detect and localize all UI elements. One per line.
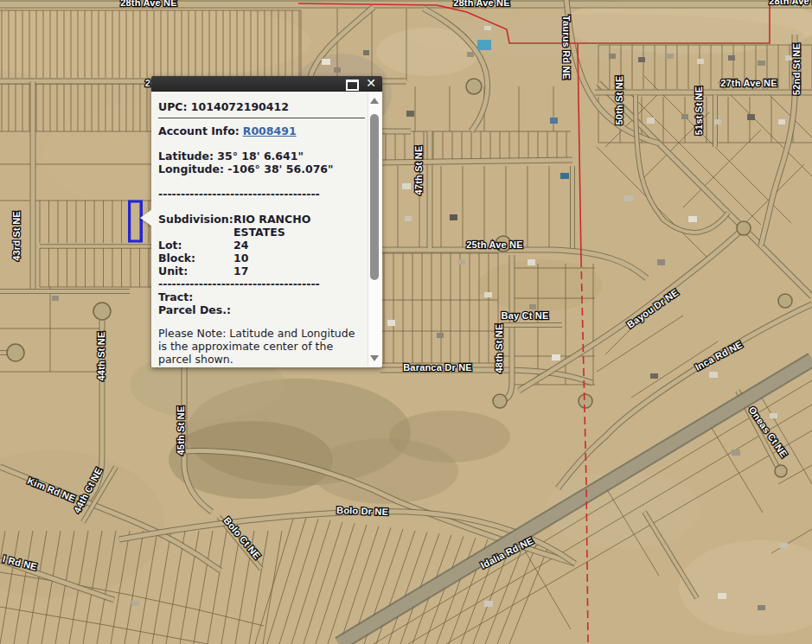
maximize-icon[interactable] xyxy=(346,80,359,91)
scroll-up-icon[interactable] xyxy=(370,98,379,104)
street-label: 45th St NE xyxy=(176,405,186,455)
street-label: 43rd St NE xyxy=(11,211,22,261)
street-label: 27th Ave NE xyxy=(720,78,777,88)
lot-row: Lot:24 xyxy=(158,239,365,252)
close-icon[interactable]: ✕ xyxy=(366,78,376,88)
upc-value: 1014072190412 xyxy=(191,100,289,113)
street-label: 28th Ave NE xyxy=(769,0,812,6)
street-label: 47th St NE xyxy=(413,145,424,194)
tract-row: Tract: xyxy=(158,290,365,303)
account-line: Account Info: R008491 xyxy=(158,124,365,137)
popup-titlebar[interactable]: ✕ xyxy=(151,76,382,92)
street-label: 28th Ave NE xyxy=(453,0,510,8)
street-label: 25th Ave NE xyxy=(466,239,523,250)
separator: ------------------------------------ xyxy=(158,277,365,290)
street-label: Taurus Rd NE xyxy=(561,16,572,80)
street-label: 52nd St NE xyxy=(791,43,802,95)
street-label: 2 xyxy=(145,78,150,88)
longitude-line: Longitude: -106° 38' 56.076" xyxy=(158,163,365,175)
parcel-info-popup: ✕ UPC: 1014072190412 Account Info: R0084… xyxy=(151,76,382,367)
divider xyxy=(158,118,365,118)
street-label: Baranca Dr NE xyxy=(403,362,472,373)
note-text: Please Note: Latitude and Longitude is t… xyxy=(158,327,364,366)
street-label: Bay Ct NE xyxy=(502,310,549,321)
scroll-down-icon[interactable] xyxy=(370,355,379,361)
popup-body: UPC: 1014072190412 Account Info: R008491… xyxy=(151,92,382,367)
street-label: 51st St NE xyxy=(694,86,704,135)
street-label: 28th Ave NE xyxy=(120,0,177,8)
latitude-line: Latitude: 35° 18' 6.641" xyxy=(158,150,365,163)
parcel-des-row: Parcel Des.: xyxy=(158,303,365,316)
gis-parcel-viewer: 28th Ave NE28th Ave NE28th Ave NE27th Av… xyxy=(0,0,812,644)
street-label: 44th St NE xyxy=(96,331,106,380)
separator: ------------------------------------ xyxy=(158,188,365,201)
street-label: 50th St NE xyxy=(614,75,624,124)
street-label: 48th St NE xyxy=(494,323,504,373)
popup-content: UPC: 1014072190412 Account Info: R008491… xyxy=(151,92,368,367)
scrollbar-thumb[interactable] xyxy=(370,114,379,280)
block-row: Block:10 xyxy=(158,252,365,265)
popup-scrollbar[interactable] xyxy=(368,93,381,366)
map-canvas[interactable]: 28th Ave NE28th Ave NE28th Ave NE27th Av… xyxy=(0,0,812,644)
unit-row: Unit:17 xyxy=(158,265,365,277)
popup-callout-arrow xyxy=(140,209,152,226)
subdivision-row: Subdivision:RIO RANCHO ESTATES xyxy=(158,213,365,239)
upc-line: UPC: 1014072190412 xyxy=(158,100,365,113)
account-link[interactable]: R008491 xyxy=(243,124,297,137)
street-label: Bolo Dr NE xyxy=(336,505,388,517)
